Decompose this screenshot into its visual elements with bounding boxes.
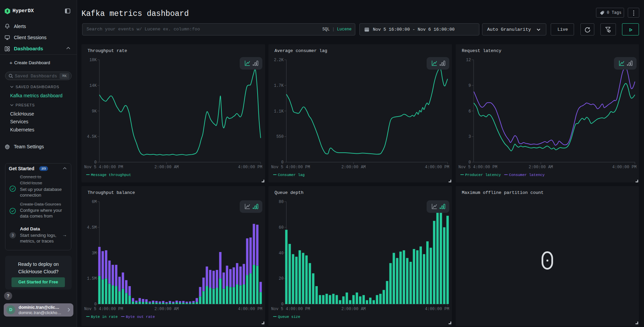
svg-text:4:00:00 PM: 4:00:00 PM bbox=[612, 165, 637, 170]
svg-text:550: 550 bbox=[276, 134, 284, 139]
svg-text:Queue depth: Queue depth bbox=[275, 190, 304, 195]
svg-text:Consumer lag: Consumer lag bbox=[278, 173, 305, 177]
svg-text:Throughput balance: Throughput balance bbox=[88, 190, 135, 195]
svg-text:2:00:00 AM: 2:00:00 AM bbox=[341, 307, 366, 311]
svg-text:4:00:00 PM: 4:00:00 PM bbox=[425, 307, 449, 311]
svg-text:3: 3 bbox=[469, 134, 471, 139]
svg-text:1.1K: 1.1K bbox=[274, 109, 284, 114]
svg-text:12: 12 bbox=[466, 58, 471, 62]
svg-text:80: 80 bbox=[279, 200, 284, 204]
svg-text:Consumer latency: Consumer latency bbox=[509, 173, 545, 177]
svg-text:4:00:00 PM: 4:00:00 PM bbox=[425, 165, 449, 170]
svg-text:Message throughput: Message throughput bbox=[91, 173, 131, 177]
svg-text:0: 0 bbox=[281, 302, 284, 307]
svg-text:6M: 6M bbox=[92, 200, 97, 204]
svg-text:0: 0 bbox=[469, 160, 471, 165]
svg-text:4.5K: 4.5K bbox=[87, 134, 97, 139]
svg-text:Byte out rate: Byte out rate bbox=[126, 315, 155, 319]
svg-text:4.5M: 4.5M bbox=[87, 225, 97, 230]
svg-text:6: 6 bbox=[469, 109, 471, 114]
svg-text:1.5M: 1.5M bbox=[87, 276, 97, 281]
svg-text:0: 0 bbox=[281, 160, 284, 165]
svg-text:2:00:00 AM: 2:00:00 AM bbox=[341, 165, 366, 170]
svg-text:Request latency: Request latency bbox=[462, 48, 501, 53]
svg-text:0: 0 bbox=[94, 302, 97, 307]
svg-text:1.7K: 1.7K bbox=[274, 83, 284, 88]
svg-text:4:00:00 PM: 4:00:00 PM bbox=[238, 165, 262, 170]
svg-text:4:00:00 PM: 4:00:00 PM bbox=[238, 307, 262, 311]
svg-text:0: 0 bbox=[94, 160, 97, 165]
svg-text:2.2K: 2.2K bbox=[274, 58, 284, 62]
svg-text:Byte in rate: Byte in rate bbox=[91, 315, 118, 319]
svg-text:Average consumer lag: Average consumer lag bbox=[275, 48, 327, 53]
svg-text:Maximum offline partition coun: Maximum offline partition count bbox=[462, 190, 544, 195]
svg-text:2:00:00 AM: 2:00:00 AM bbox=[529, 165, 553, 170]
svg-text:20: 20 bbox=[279, 276, 284, 281]
svg-text:2:00:00 AM: 2:00:00 AM bbox=[154, 307, 179, 311]
svg-text:18K: 18K bbox=[89, 58, 97, 62]
svg-text:40: 40 bbox=[279, 251, 284, 256]
svg-text:Nov 5 4:00:00 PM: Nov 5 4:00:00 PM bbox=[271, 165, 310, 170]
svg-text:14K: 14K bbox=[89, 83, 97, 88]
svg-text:Nov 5 4:00:00 PM: Nov 5 4:00:00 PM bbox=[84, 165, 123, 170]
svg-text:Nov 5 4:00:00 PM: Nov 5 4:00:00 PM bbox=[84, 307, 123, 311]
svg-text:9: 9 bbox=[469, 83, 471, 88]
svg-text:Throughput rate: Throughput rate bbox=[88, 48, 127, 53]
svg-text:9K: 9K bbox=[92, 109, 97, 114]
svg-text:Nov 5 4:00:00 PM: Nov 5 4:00:00 PM bbox=[271, 307, 310, 311]
svg-text:2:00:00 AM: 2:00:00 AM bbox=[154, 165, 179, 170]
svg-text:Queue size: Queue size bbox=[278, 315, 300, 319]
svg-text:3M: 3M bbox=[92, 251, 97, 256]
svg-text:Nov 5 4:00:00 PM: Nov 5 4:00:00 PM bbox=[458, 165, 497, 170]
svg-text:Producer latency: Producer latency bbox=[465, 173, 501, 177]
svg-text:60: 60 bbox=[279, 225, 284, 230]
